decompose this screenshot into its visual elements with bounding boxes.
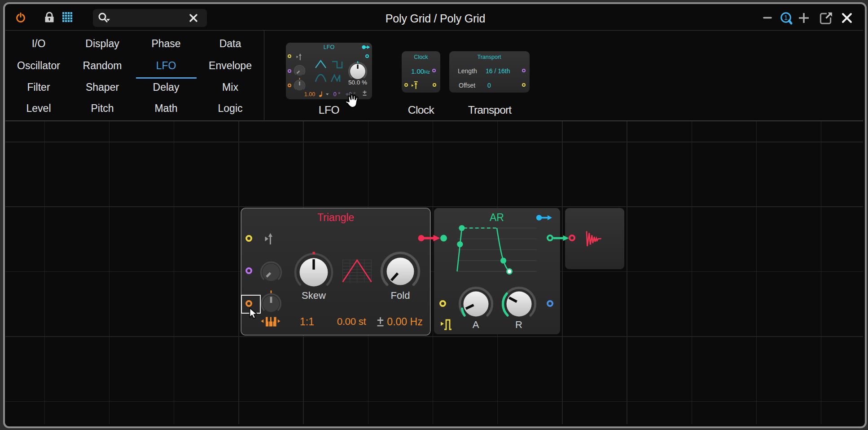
svg-text:1: 1 [784,14,788,21]
